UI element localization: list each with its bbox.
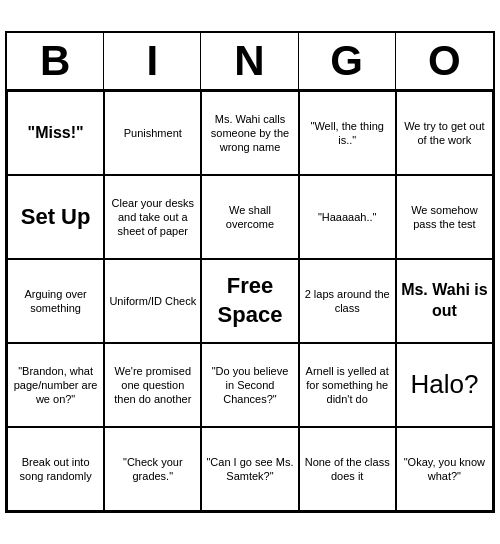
bingo-cell-21: "Check your grades." bbox=[104, 427, 201, 511]
bingo-cell-12: Free Space bbox=[201, 259, 298, 343]
bingo-cell-22: "Can I go see Ms. Samtek?" bbox=[201, 427, 298, 511]
bingo-letter-g: G bbox=[299, 33, 396, 89]
bingo-header: BINGO bbox=[7, 33, 493, 91]
bingo-cell-1: Punishment bbox=[104, 91, 201, 175]
bingo-cell-3: "Well, the thing is.." bbox=[299, 91, 396, 175]
bingo-letter-n: N bbox=[201, 33, 298, 89]
bingo-cell-6: Clear your desks and take out a sheet of… bbox=[104, 175, 201, 259]
bingo-cell-24: "Okay, you know what?" bbox=[396, 427, 493, 511]
bingo-cell-4: We try to get out of the work bbox=[396, 91, 493, 175]
bingo-cell-19: Halo? bbox=[396, 343, 493, 427]
bingo-cell-13: 2 laps around the class bbox=[299, 259, 396, 343]
bingo-cell-0: "Miss!" bbox=[7, 91, 104, 175]
bingo-letter-o: O bbox=[396, 33, 493, 89]
bingo-letter-b: B bbox=[7, 33, 104, 89]
bingo-cell-5: Set Up bbox=[7, 175, 104, 259]
bingo-letter-i: I bbox=[104, 33, 201, 89]
bingo-cell-9: We somehow pass the test bbox=[396, 175, 493, 259]
bingo-card: BINGO "Miss!"PunishmentMs. Wahi calls so… bbox=[5, 31, 495, 513]
bingo-grid: "Miss!"PunishmentMs. Wahi calls someone … bbox=[7, 91, 493, 511]
bingo-cell-11: Uniform/ID Check bbox=[104, 259, 201, 343]
bingo-cell-8: "Haaaaah.." bbox=[299, 175, 396, 259]
bingo-cell-17: "Do you believe in Second Chances?" bbox=[201, 343, 298, 427]
bingo-cell-10: Arguing over something bbox=[7, 259, 104, 343]
bingo-cell-16: We're promised one question then do anot… bbox=[104, 343, 201, 427]
bingo-cell-14: Ms. Wahi is out bbox=[396, 259, 493, 343]
bingo-cell-18: Arnell is yelled at for something he did… bbox=[299, 343, 396, 427]
bingo-cell-20: Break out into song randomly bbox=[7, 427, 104, 511]
bingo-cell-15: "Brandon, what page/number are we on?" bbox=[7, 343, 104, 427]
bingo-cell-7: We shall overcome bbox=[201, 175, 298, 259]
bingo-cell-23: None of the class does it bbox=[299, 427, 396, 511]
bingo-cell-2: Ms. Wahi calls someone by the wrong name bbox=[201, 91, 298, 175]
